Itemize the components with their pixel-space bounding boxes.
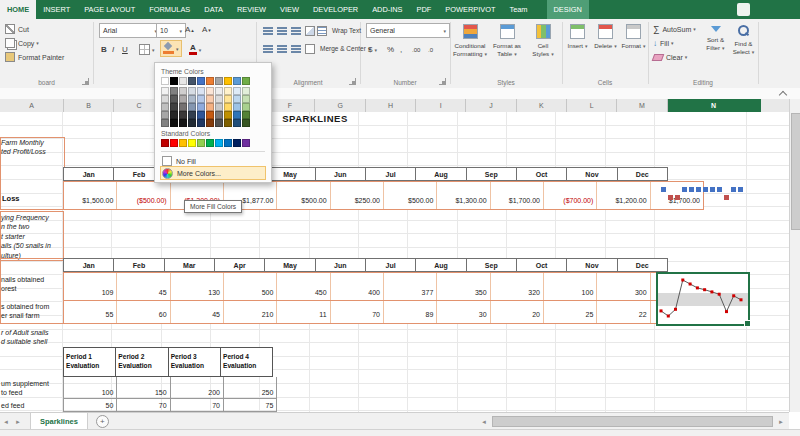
ribbon-display-options-button[interactable] — [737, 3, 750, 16]
color-swatch[interactable] — [206, 119, 214, 127]
column-header[interactable]: K — [517, 99, 567, 112]
month-header-cell[interactable]: Dec — [618, 167, 668, 181]
shrink-font-button[interactable]: A▾ — [200, 22, 213, 37]
scrollbar-thumb[interactable] — [791, 113, 800, 230]
fill-button[interactable]: ↓Fill▾ — [653, 37, 673, 49]
number-cell[interactable]: 25 — [544, 301, 597, 323]
grow-font-button[interactable]: A▴ — [183, 22, 196, 37]
number-cell[interactable]: 300 — [597, 273, 650, 301]
number-cell[interactable]: 60 — [117, 301, 170, 323]
color-swatch[interactable] — [179, 119, 187, 127]
increase-decimal-button[interactable]: .00 — [410, 42, 422, 57]
month-header-cell[interactable]: Oct — [517, 258, 567, 272]
color-swatch[interactable] — [170, 103, 178, 111]
color-swatch[interactable] — [224, 77, 232, 85]
color-swatch[interactable] — [224, 95, 232, 103]
color-swatch[interactable] — [197, 103, 205, 111]
color-swatch[interactable] — [224, 139, 232, 147]
color-swatch[interactable] — [197, 77, 205, 85]
month-header-cell[interactable]: Jun — [316, 167, 366, 181]
color-swatch[interactable] — [233, 77, 241, 85]
ribbon-tab[interactable]: DESIGN — [547, 0, 589, 19]
fill-color-button[interactable]: ▾ — [161, 41, 181, 56]
color-swatch[interactable] — [170, 95, 178, 103]
top-align-button[interactable] — [261, 23, 275, 38]
color-swatch[interactable] — [161, 95, 169, 103]
bold-button[interactable]: B — [99, 42, 109, 57]
align-right-button[interactable] — [289, 41, 303, 56]
number-cell[interactable]: 100 — [64, 377, 117, 399]
number-cell[interactable]: 250 — [224, 377, 277, 399]
color-swatch[interactable] — [233, 103, 241, 111]
align-center-button[interactable] — [275, 41, 289, 56]
find-select-button[interactable]: Find & Select▾ — [730, 22, 757, 82]
currency-cell[interactable]: $500.00 — [277, 182, 330, 209]
column-header[interactable]: J — [466, 99, 516, 112]
number-cell[interactable]: 45 — [117, 273, 170, 301]
ribbon-tab[interactable]: FORMULAS — [142, 0, 197, 19]
percent-style-button[interactable]: % — [385, 42, 396, 57]
ribbon-tab[interactable]: PDF — [410, 0, 439, 19]
color-swatch[interactable] — [197, 119, 205, 127]
period-header-cell[interactable]: Period 1Evaluation — [64, 347, 116, 377]
borders-button[interactable]: ▾ — [137, 42, 157, 57]
color-swatch[interactable] — [206, 77, 214, 85]
color-swatch[interactable] — [161, 139, 169, 147]
currency-cell[interactable]: $1,200.00 — [597, 182, 650, 209]
month-header-cell[interactable]: Sep — [467, 258, 517, 272]
month-header-cell[interactable]: Jul — [366, 167, 416, 181]
column-header[interactable]: M — [617, 99, 667, 112]
number-cell[interactable]: 55 — [64, 301, 117, 323]
wrap-text-button[interactable]: Wrap Text — [315, 23, 363, 38]
period-header-cell[interactable]: Period 3Evaluation — [169, 347, 221, 377]
color-swatch[interactable] — [215, 87, 223, 95]
color-swatch[interactable] — [242, 111, 250, 119]
color-swatch[interactable] — [188, 95, 196, 103]
color-swatch[interactable] — [242, 139, 250, 147]
comma-style-button[interactable]: , — [398, 42, 404, 57]
color-swatch[interactable] — [224, 87, 232, 95]
ribbon-tab[interactable]: VIEW — [273, 0, 306, 19]
month-header-cell[interactable]: Nov — [567, 167, 617, 181]
horizontal-scrollbar[interactable]: ◄ ► — [478, 415, 787, 428]
color-swatch[interactable] — [179, 87, 187, 95]
number-cell[interactable]: 30 — [437, 301, 490, 323]
month-header-cell[interactable]: Aug — [416, 258, 466, 272]
period-header-cell[interactable]: Period 4Evaluation — [221, 347, 273, 377]
color-swatch[interactable] — [188, 139, 196, 147]
color-swatch[interactable] — [170, 87, 178, 95]
color-swatch[interactable] — [233, 95, 241, 103]
color-swatch[interactable] — [161, 103, 169, 111]
color-swatch[interactable] — [188, 87, 196, 95]
dialog-launcher-icon[interactable] — [349, 78, 356, 85]
color-swatch[interactable] — [188, 77, 196, 85]
conditional-formatting-button[interactable]: Conditional Formatting▾ — [452, 22, 488, 82]
scrollbar-thumb[interactable] — [492, 416, 773, 427]
month-header-cell[interactable]: Jan — [64, 167, 114, 181]
underline-button[interactable]: U — [120, 42, 130, 57]
currency-cell[interactable]: $250.00 — [331, 182, 384, 209]
color-swatch[interactable] — [179, 95, 187, 103]
number-cell[interactable]: 89 — [384, 301, 437, 323]
color-swatch[interactable] — [224, 119, 232, 127]
currency-cell[interactable]: ($500.00) — [117, 182, 170, 209]
color-swatch[interactable] — [206, 139, 214, 147]
number-cell[interactable]: 70 — [331, 301, 384, 323]
color-swatch[interactable] — [161, 87, 169, 95]
number-cell[interactable]: 150 — [117, 377, 170, 399]
month-header-cell[interactable]: Sep — [467, 167, 517, 181]
color-swatch[interactable] — [215, 111, 223, 119]
scroll-right-icon[interactable]: ► — [778, 419, 784, 425]
vertical-scrollbar[interactable] — [789, 99, 800, 412]
color-swatch[interactable] — [215, 95, 223, 103]
currency-cell[interactable]: $1,500.00 — [64, 182, 117, 209]
number-cell[interactable]: 500 — [224, 273, 277, 301]
color-swatch[interactable] — [170, 119, 178, 127]
line-sparkline-cell[interactable] — [656, 272, 750, 326]
month-header-cell[interactable]: Apr — [215, 258, 265, 272]
italic-button[interactable]: I — [110, 42, 116, 57]
ribbon-tab[interactable]: ADD-INS — [365, 0, 409, 19]
format-painter-button[interactable]: Format Painter — [5, 51, 64, 63]
ribbon-tab[interactable]: PAGE LAYOUT — [77, 0, 142, 19]
color-swatch[interactable] — [206, 111, 214, 119]
